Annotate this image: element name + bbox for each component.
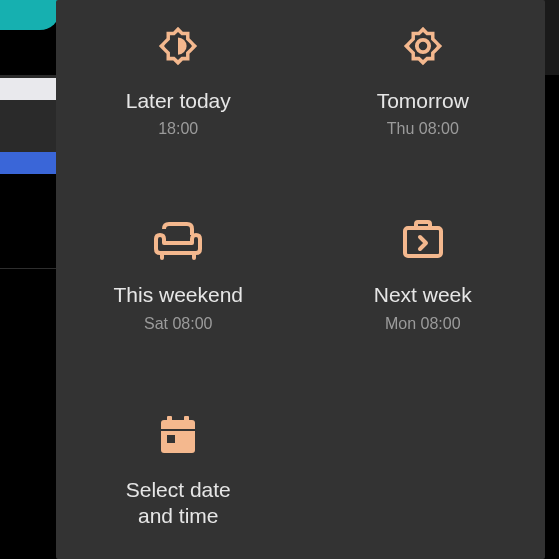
snooze-picker-sheet: Later today 18:00 Tomorrow Thu 08:00: [56, 0, 545, 559]
option-sublabel: 18:00: [158, 120, 198, 138]
option-label: Next week: [374, 282, 472, 308]
option-later-today[interactable]: Later today 18:00: [56, 22, 301, 138]
option-this-weekend[interactable]: This weekend Sat 08:00: [56, 216, 301, 332]
option-tomorrow[interactable]: Tomorrow Thu 08:00: [301, 22, 546, 138]
brightness-medium-icon: [155, 22, 201, 70]
svg-rect-5: [167, 416, 172, 424]
svg-rect-8: [167, 435, 175, 443]
couch-icon: [151, 216, 205, 264]
option-label: This weekend: [113, 282, 243, 308]
svg-rect-7: [161, 429, 195, 431]
svg-point-0: [417, 40, 429, 52]
option-label: Later today: [126, 88, 231, 114]
option-next-week[interactable]: Next week Mon 08:00: [301, 216, 546, 332]
option-label: Select date and time: [126, 477, 231, 530]
svg-rect-4: [161, 420, 195, 453]
briefcase-icon: [399, 216, 447, 264]
option-sublabel: Mon 08:00: [385, 315, 461, 333]
brightness-high-icon: [400, 22, 446, 70]
option-label: Tomorrow: [377, 88, 469, 114]
option-select-date-time[interactable]: Select date and time: [56, 411, 301, 536]
option-sublabel: Thu 08:00: [387, 120, 459, 138]
calendar-icon: [157, 411, 199, 459]
svg-rect-6: [184, 416, 189, 424]
option-sublabel: Sat 08:00: [144, 315, 213, 333]
